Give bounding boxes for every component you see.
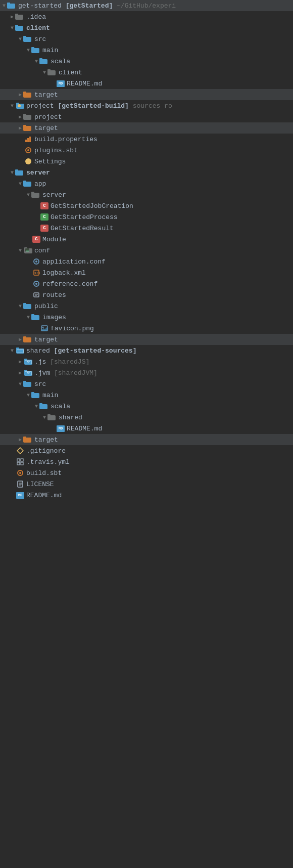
tree-item-process[interactable]: C GetStartedProcess [0,211,293,223]
tree-item-routes[interactable]: routes [0,289,293,300]
label-shared-js: .js [sharedJS] [34,358,89,366]
label-favicon: favicon.png [51,325,94,332]
tree-item-travis[interactable]: .travis.yml [0,456,293,467]
tree-item-project-target[interactable]: target [0,122,293,134]
folder-icon-shared-sub [48,414,57,421]
svg-rect-20 [17,462,20,465]
tree-item-settings[interactable]: Settings [0,156,293,167]
label-shared-sub: shared [59,414,82,421]
label-project: project [getStarted-build] sources ro [26,102,172,110]
tree-item-application-conf[interactable]: application.conf [0,256,293,267]
folder-icon-server-app [24,180,32,187]
label-shared-target: target [34,436,58,444]
folder-icon-client-scala [40,58,48,65]
tree-item-shared-jvm[interactable]: <> .jvm [sharedJVM] [0,367,293,378]
tree-item-shared-readme[interactable]: MD README.md [0,423,293,434]
svg-text:</>: </> [34,271,40,275]
label-client-scala: scala [51,58,70,65]
label-module: Module [42,236,66,243]
tree-item-server[interactable]: server [0,167,293,178]
tree-item-build-sbt[interactable]: build.sbt [0,467,293,479]
folder-icon-public [24,302,32,310]
gear-icon-plugins-sbt [24,147,32,154]
tree-item-shared-scala[interactable]: scala [0,401,293,412]
folder-icon-shared-jvm: <> [24,369,32,376]
tree-item-server-app[interactable]: app [0,178,293,189]
svg-rect-19 [21,459,23,461]
tree-item-client-readme[interactable]: MD README.md [0,78,293,89]
label-shared-readme: README.md [67,425,102,432]
svg-rect-0 [25,140,27,142]
md-icon-client-readme: MD [57,80,65,87]
tree-item-shared-src[interactable]: src [0,378,293,389]
file-tree: get-started [getStarted] ~/GitHub/experi… [0,0,293,501]
folder-icon-client-src [24,35,32,42]
label-gitignore: .gitignore [26,447,66,455]
label-routes: routes [42,291,66,299]
tree-item-shared-js[interactable]: <> .js [sharedJS] [0,356,293,367]
tree-item-server-sub[interactable]: server [0,189,293,200]
label-shared: shared [get-started-sources] [26,347,136,355]
tree-item-conf[interactable]: conf [0,245,293,256]
svg-point-11 [35,283,37,285]
tree-item-project-sub[interactable]: project [0,111,293,122]
tree-item-build-properties[interactable]: build.properties [0,134,293,145]
svg-point-4 [27,149,29,151]
scala-icon-module: C [32,236,40,243]
svg-marker-17 [17,448,23,454]
tree-item-shared-main[interactable]: main [0,389,293,401]
tree-item-license[interactable]: LICENSE [0,479,293,490]
svg-rect-18 [17,459,20,461]
md-icon-root-readme: MD [16,492,24,499]
svg-point-16 [42,327,44,328]
tree-item-server-target[interactable]: target [0,334,293,345]
label-get-started: get-started [getStarted] ~/GitHub/experi [18,2,176,10]
folder-icon-images [32,314,40,321]
label-root-readme: README.md [26,492,62,499]
tree-item-logback-xml[interactable]: </> logback.xml [0,267,293,278]
label-result: GetStartedResult [51,225,114,232]
tree-item-idea[interactable]: .idea [0,11,293,22]
label-conf: conf [34,247,50,254]
tree-item-public[interactable]: public [0,300,293,312]
label-project-target: target [34,124,58,132]
label-client-main: main [42,47,58,54]
image-icon-favicon [40,325,48,332]
tree-item-module[interactable]: C Module [0,234,293,245]
tree-item-job-creation[interactable]: C GetStartedJobCreation [0,200,293,211]
gear-icon-app-conf [32,258,40,265]
label-server: server [26,169,50,177]
label-reference-conf: reference.conf [42,280,97,288]
svg-rect-2 [29,137,31,142]
gear-icon-build-sbt [16,469,24,476]
tree-item-root-readme[interactable]: MD README.md [0,490,293,501]
tree-item-shared-target[interactable]: target [0,434,293,445]
tree-item-client-scala[interactable]: scala [0,56,293,67]
folder-icon-shared-main [32,392,40,399]
tree-item-client-src[interactable]: src [0,33,293,45]
tree-item-get-started[interactable]: get-started [getStarted] ~/GitHub/experi [0,0,293,11]
folder-icon-client-target [24,91,32,98]
folder-icon-conf [24,247,32,254]
label-client-src: src [34,35,46,43]
svg-rect-12 [34,293,39,297]
tree-item-shared[interactable]: shared [get-started-sources] [0,345,293,356]
folder-icon-idea [16,13,24,20]
tree-item-shared-sub[interactable]: shared [0,412,293,423]
arrow-shared [8,348,16,354]
svg-rect-21 [21,462,23,465]
tree-item-images[interactable]: images [0,312,293,323]
tree-item-gitignore[interactable]: .gitignore [0,445,293,456]
tree-item-plugins-sbt[interactable]: plugins.sbt [0,145,293,156]
svg-rect-1 [27,138,29,142]
tree-item-client-target[interactable]: target [0,89,293,100]
tree-item-client-main[interactable]: main [0,45,293,56]
grid-icon-travis [16,458,24,465]
folder-icon-project-sub [24,113,32,120]
tree-item-client-sub[interactable]: client [0,67,293,78]
tree-item-result[interactable]: C GetStartedResult [0,223,293,234]
tree-item-reference-conf[interactable]: reference.conf [0,278,293,289]
tree-item-favicon[interactable]: favicon.png [0,323,293,334]
tree-item-client[interactable]: client [0,22,293,33]
tree-item-project[interactable]: project [getStarted-build] sources ro [0,100,293,111]
